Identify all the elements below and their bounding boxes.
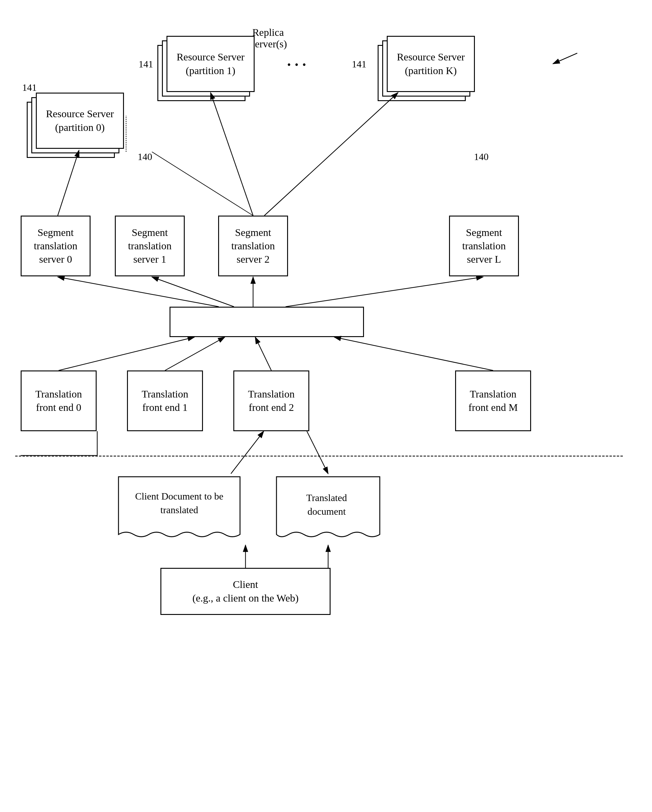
label-141-top-left: 141 [139,59,153,70]
svg-line-10 [286,277,483,307]
svg-text:document: document [308,506,346,517]
client-box: Client(e.g., a client on the Web) [161,568,331,615]
svg-line-18 [334,337,493,371]
svg-text:Translated: Translated [306,492,347,503]
svg-line-11 [58,150,79,215]
svg-line-19 [231,431,264,474]
svg-line-12 [211,93,253,215]
replica-servers-label: ReplicaServer(s) [249,27,287,50]
resource-server-p0: Resource Server(partition 0) [36,93,124,149]
svg-line-14 [152,152,253,215]
seg-server-2: Segmenttranslationserver 2 [218,215,288,276]
load-balancer [170,307,364,337]
translated-doc-shape: Translated document [274,474,383,543]
trans-front-m: Translationfront end M [455,371,531,431]
trans-front-1: Translationfront end 1 [127,371,203,431]
svg-line-7 [58,277,219,307]
label-141-top-right: 141 [352,59,366,70]
svg-line-8 [152,277,234,307]
svg-line-16 [165,337,225,371]
svg-line-15 [59,337,194,371]
seg-server-1: Segmenttranslationserver 1 [115,215,185,276]
seg-server-0: Segmenttranslationserver 0 [21,215,90,276]
svg-text:· · ·: · · · [287,56,306,73]
label-141-left: 141 [22,82,37,93]
client-doc-shape: Client Document to be translated [115,474,243,543]
seg-server-l: Segmenttranslationserver L [449,215,519,276]
resource-server-p1: Resource Server(partition 1) [167,36,255,92]
label-140-right: 140 [474,151,488,162]
svg-line-20 [307,431,328,474]
dashed-separator [15,455,623,457]
resource-server-pk: Resource Server(partition K) [387,36,475,92]
svg-line-6 [553,53,577,64]
label-140-center: 140 [138,151,152,162]
svg-line-13 [264,93,398,215]
svg-line-17 [255,337,271,371]
svg-text:translated: translated [161,504,198,515]
trans-front-0: Translationfront end 0 [21,371,96,431]
trans-front-2: Translationfront end 2 [233,371,309,431]
svg-text:Client Document to be: Client Document to be [135,491,223,502]
